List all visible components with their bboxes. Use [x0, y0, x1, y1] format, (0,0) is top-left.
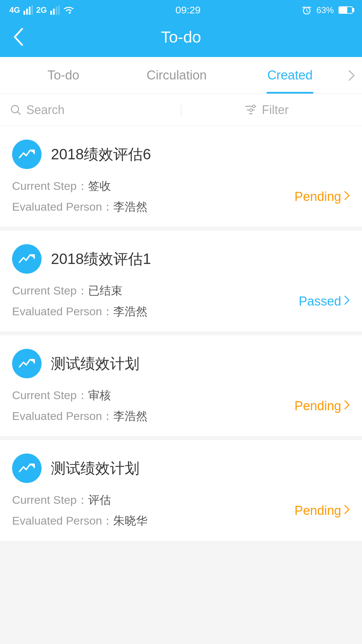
- item-current-step: Current Step：评估: [12, 492, 147, 508]
- list-item[interactable]: 2018绩效评估6 Current Step：签收 Evaluated Pers…: [0, 126, 362, 227]
- item-evaluated-person: Evaluated Person：李浩然: [12, 199, 147, 215]
- filter-label: Filter: [262, 103, 289, 117]
- list-item[interactable]: 2018绩效评估1 Current Step：已结束 Evaluated Per…: [0, 231, 362, 331]
- status-label: Pending: [295, 503, 341, 518]
- item-details-left: Current Step：审核 Evaluated Person：李浩然: [12, 388, 147, 424]
- status-chevron-icon: [344, 295, 350, 308]
- list-item[interactable]: 测试绩效计划 Current Step：审核 Evaluated Person：…: [0, 335, 362, 436]
- svg-rect-5: [53, 9, 55, 15]
- item-evaluated-person: Evaluated Person：李浩然: [12, 304, 147, 319]
- search-input[interactable]: [26, 103, 181, 117]
- item-details: Current Step：评估 Evaluated Person：朱晓华 Pen…: [12, 492, 350, 529]
- signal-bars-icon: [23, 5, 33, 15]
- item-header: 2018绩效评估6: [12, 140, 350, 169]
- item-details-left: Current Step：已结束 Evaluated Person：李浩然: [12, 283, 147, 319]
- tab-circulation[interactable]: Circulation: [120, 57, 233, 94]
- status-chevron-icon: [344, 399, 350, 413]
- svg-rect-0: [23, 11, 25, 15]
- svg-rect-1: [26, 9, 28, 15]
- item-evaluated-person: Evaluated Person：朱晓华: [12, 513, 147, 529]
- item-header: 测试绩效计划: [12, 453, 350, 483]
- header: To-do: [0, 20, 362, 57]
- status-time: 09:29: [175, 4, 200, 16]
- item-current-step: Current Step：签收: [12, 178, 147, 194]
- item-status[interactable]: Pending: [295, 190, 350, 204]
- item-icon: [12, 244, 42, 274]
- back-button[interactable]: [12, 27, 24, 47]
- status-bar: 4G 2G 09:29 63%: [0, 0, 362, 20]
- item-status[interactable]: Passed: [299, 294, 350, 309]
- signal-4g: 4G: [9, 5, 20, 15]
- tab-bar: To-do Circulation Created: [0, 57, 362, 94]
- page-title: To-do: [161, 28, 201, 46]
- wifi-icon: [63, 5, 74, 15]
- battery-icon: [339, 6, 353, 14]
- svg-rect-6: [56, 7, 57, 15]
- signal-bars-2-icon: [50, 5, 60, 15]
- svg-point-10: [252, 105, 255, 108]
- status-signal: 4G 2G: [9, 5, 74, 15]
- item-icon: [12, 349, 42, 378]
- filter-icon: [244, 104, 257, 116]
- alarm-icon: [302, 5, 312, 15]
- tab-created[interactable]: Created: [233, 57, 347, 94]
- item-icon: [12, 140, 42, 169]
- search-section[interactable]: [10, 103, 181, 117]
- item-details-left: Current Step：签收 Evaluated Person：李浩然: [12, 178, 147, 215]
- item-current-step: Current Step：已结束: [12, 283, 147, 299]
- tab-todo[interactable]: To-do: [7, 57, 120, 94]
- status-chevron-icon: [344, 504, 350, 517]
- status-label: Pending: [295, 399, 341, 413]
- svg-rect-4: [50, 11, 52, 15]
- list-item[interactable]: 测试绩效计划 Current Step：评估 Evaluated Person：…: [0, 440, 362, 541]
- battery-percent: 63%: [316, 5, 334, 15]
- item-title: 测试绩效计划: [51, 354, 139, 374]
- item-header: 测试绩效计划: [12, 349, 350, 378]
- list-container: 2018绩效评估6 Current Step：签收 Evaluated Pers…: [0, 126, 362, 541]
- search-icon: [10, 104, 21, 116]
- search-bar: Filter: [0, 94, 362, 126]
- signal-2g: 2G: [36, 5, 47, 15]
- item-icon: [12, 453, 42, 483]
- svg-point-11: [250, 109, 252, 111]
- item-details: Current Step：已结束 Evaluated Person：李浩然 Pa…: [12, 283, 350, 319]
- item-title: 测试绩效计划: [51, 459, 139, 478]
- item-current-step: Current Step：审核: [12, 388, 147, 403]
- svg-rect-3: [32, 5, 33, 15]
- svg-rect-2: [29, 7, 31, 15]
- item-header: 2018绩效评估1: [12, 244, 350, 274]
- status-right: 63%: [302, 5, 353, 15]
- status-label: Pending: [295, 190, 341, 204]
- tab-more-arrow[interactable]: [347, 69, 355, 82]
- item-status[interactable]: Pending: [295, 503, 350, 518]
- item-status[interactable]: Pending: [295, 399, 350, 413]
- item-title: 2018绩效评估6: [51, 145, 151, 164]
- status-label: Passed: [299, 294, 341, 309]
- item-details-left: Current Step：评估 Evaluated Person：朱晓华: [12, 492, 147, 529]
- item-title: 2018绩效评估1: [51, 249, 151, 269]
- item-evaluated-person: Evaluated Person：李浩然: [12, 409, 147, 424]
- filter-section[interactable]: Filter: [181, 103, 352, 117]
- svg-rect-7: [58, 5, 60, 15]
- item-details: Current Step：审核 Evaluated Person：李浩然 Pen…: [12, 388, 350, 424]
- status-chevron-icon: [344, 190, 350, 203]
- item-details: Current Step：签收 Evaluated Person：李浩然 Pen…: [12, 178, 350, 215]
